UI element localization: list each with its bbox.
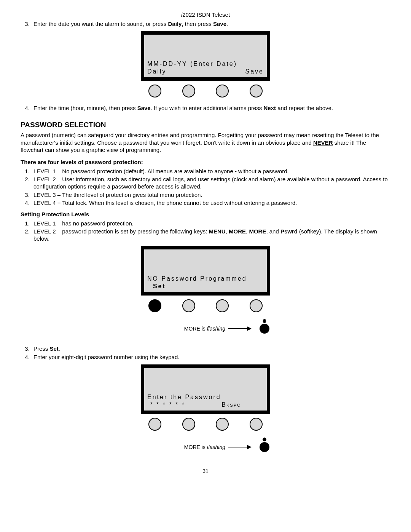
softkey-row-1 — [141, 81, 270, 97]
lcd1-line1: MM-DD-YY (Enter Date) — [147, 61, 264, 67]
lcd-screen-3: Enter the Password * * * * * * Bkspc — [141, 364, 270, 414]
lcd-device-1: MM-DD-YY (Enter Date) Daily Save — [21, 31, 390, 97]
pwd-intro: A password (numeric) can safeguard your … — [21, 131, 390, 153]
section-title: PASSWORD SELECTION — [21, 121, 390, 129]
softkey-row-3 — [141, 414, 270, 431]
setting-step-2: LEVEL 2 – password protection is set by … — [31, 228, 390, 242]
lcd1-save: Save — [245, 68, 264, 75]
softkey-3d[interactable] — [250, 418, 263, 431]
softkey-2b[interactable] — [182, 299, 195, 312]
lcd-device-2: NO Password Programmed Set MORE is flash… — [21, 246, 390, 338]
flash-icon — [255, 319, 274, 338]
level-4: LEVEL 4 − Total lock. When this level is… — [31, 199, 390, 206]
lcd-device-3: Enter the Password * * * * * * Bkspc MOR… — [21, 364, 390, 457]
setting-step-4: Enter your eight-digit password number u… — [31, 353, 390, 361]
softkey-2c[interactable] — [216, 299, 229, 312]
lcd-screen-2: NO Password Programmed Set — [141, 246, 270, 296]
lcd-screen-1: MM-DD-YY (Enter Date) Daily Save — [141, 31, 270, 81]
softkey-3a[interactable] — [148, 418, 161, 431]
level-2: LEVEL 2 – User information, such as dire… — [31, 176, 390, 190]
setting-step-3: Press Set. — [31, 345, 390, 352]
flash-icon — [255, 438, 274, 457]
model-rest: 2022 ISDN Teleset — [182, 11, 230, 18]
level-3: LEVEL 3 – The third level of protection … — [31, 191, 390, 198]
lcd2-set: Set — [147, 283, 166, 290]
level-1: LEVEL 1 – No password protection (defaul… — [31, 168, 390, 175]
setting-step-1: LEVEL 1 – has no password protection. — [31, 220, 390, 227]
softkey-1b[interactable] — [182, 85, 195, 97]
softkey-3b[interactable] — [182, 418, 195, 431]
flash-indicator-2: MORE is flashing — [137, 319, 274, 338]
softkey-row-2 — [141, 296, 270, 312]
setting-steps-34: Press Set. Enter your eight-digit passwo… — [21, 345, 390, 360]
lcd3-bkspc: Bkspc — [221, 401, 241, 408]
softkey-1a[interactable] — [148, 85, 161, 97]
setting-heading: Setting Protection Levels — [21, 211, 390, 217]
lcd3-stars: * * * * * * — [147, 401, 185, 408]
step-4: Enter the time (hour, minute), then pres… — [31, 104, 390, 112]
softkey-2d[interactable] — [250, 299, 263, 312]
arrow-icon — [228, 447, 251, 447]
page-number: 31 — [21, 468, 390, 474]
lcd1-daily: Daily — [147, 68, 167, 75]
page-header: i2022 ISDN Teleset — [21, 11, 390, 18]
lcd3-line1: Enter the Password — [147, 394, 264, 401]
softkey-2a-filled[interactable] — [148, 299, 161, 312]
flash-indicator-3: MORE is flashing — [137, 438, 274, 457]
alarm-steps-3: Enter the date you want the alarm to sou… — [21, 20, 390, 27]
alarm-steps-4: Enter the time (hour, minute), then pres… — [21, 104, 390, 112]
levels-list: LEVEL 1 – No password protection (defaul… — [21, 168, 390, 206]
softkey-1c[interactable] — [216, 85, 229, 97]
setting-steps: LEVEL 1 – has no password protection. LE… — [21, 220, 390, 243]
levels-heading: There are four levels of password protec… — [21, 159, 390, 165]
step-3: Enter the date you want the alarm to sou… — [31, 20, 390, 27]
arrow-icon — [228, 328, 251, 329]
softkey-1d[interactable] — [250, 85, 263, 97]
lcd2-line1: NO Password Programmed — [147, 275, 264, 282]
softkey-3c[interactable] — [216, 418, 229, 431]
